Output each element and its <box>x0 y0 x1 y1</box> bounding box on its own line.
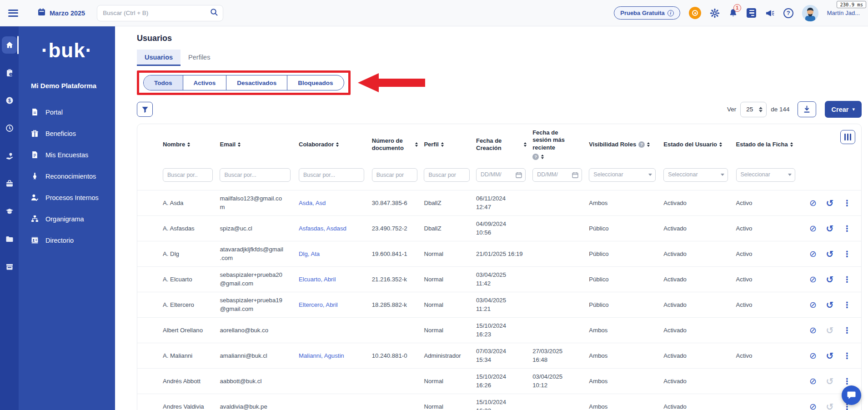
col-header-visibilidad-roles[interactable]: Visibilidad Roles? <box>589 124 663 165</box>
filter-numero-documento[interactable] <box>372 165 424 190</box>
deactivate-icon[interactable]: ⊘ <box>809 402 817 410</box>
collaborator-link[interactable]: Asfasdas, Asdasd <box>299 225 346 232</box>
restore-icon[interactable]: ↺ <box>826 402 834 410</box>
tasks-icon[interactable] <box>747 8 756 18</box>
sidebar-item-directorio[interactable]: Directorio <box>19 230 115 251</box>
col-header-perfil[interactable]: Perfil <box>424 124 476 165</box>
hamburger-menu-icon[interactable] <box>8 10 18 17</box>
filter-perfil-input[interactable] <box>428 172 466 178</box>
segment-todos[interactable]: Todos <box>144 75 183 90</box>
col-header-numero-documento[interactable]: Número de documento <box>372 124 424 165</box>
filter-visibilidad[interactable]: Seleccionar <box>589 165 663 190</box>
restore-icon[interactable]: ↺ <box>826 377 834 386</box>
sidebar-item-mis-encuestas[interactable]: Mis Encuestas <box>19 144 115 165</box>
rail-time-icon[interactable] <box>0 120 19 136</box>
deactivate-icon[interactable]: ⊘ <box>809 250 817 258</box>
restore-icon[interactable]: ↺ <box>826 199 834 208</box>
search-icon[interactable] <box>210 8 218 18</box>
collaborator-link[interactable]: Elcuarto, Abril <box>299 276 336 283</box>
kebab-menu-icon[interactable]: ⋮ <box>843 301 851 309</box>
user-avatar[interactable] <box>802 5 818 21</box>
sidebar-item-organigrama[interactable]: Organigrama <box>19 208 115 230</box>
col-header-estado-usuario[interactable]: Estado del Usuario <box>663 124 736 165</box>
rail-payroll-icon[interactable]: $ <box>0 93 19 108</box>
collaborator-link[interactable]: Malianni, Agustin <box>299 352 344 359</box>
global-search[interactable] <box>97 5 223 21</box>
deactivate-icon[interactable]: ⊘ <box>809 300 817 309</box>
chat-bubble-button[interactable] <box>842 385 861 405</box>
col-header-colaborador[interactable]: Colaborador <box>299 124 372 165</box>
download-button[interactable] <box>798 101 816 117</box>
help-icon[interactable]: ? <box>783 8 793 18</box>
kebab-menu-icon[interactable]: ⋮ <box>843 225 851 233</box>
column-settings-button[interactable] <box>840 130 855 144</box>
tab-usuarios[interactable]: Usuarios <box>137 50 181 66</box>
filter-email-input[interactable] <box>224 172 287 178</box>
sort-icon[interactable] <box>336 142 339 147</box>
tab-perfiles[interactable]: Perfiles <box>181 50 218 66</box>
global-search-input[interactable] <box>103 10 210 16</box>
kebab-menu-icon[interactable]: ⋮ <box>843 326 851 335</box>
rail-marketplace-icon[interactable] <box>0 259 19 275</box>
filter-colaborador[interactable] <box>299 165 372 190</box>
help-icon[interactable]: ? <box>532 154 539 160</box>
rail-education-icon[interactable] <box>0 204 19 219</box>
notifications-bell-icon[interactable]: 1 <box>728 8 738 18</box>
filter-estado-ficha[interactable]: Seleccionar <box>736 165 803 190</box>
sort-icon[interactable] <box>647 142 650 147</box>
col-header-nombre[interactable]: Nombre <box>137 124 220 165</box>
settings-gear-icon[interactable] <box>710 8 720 18</box>
deactivate-icon[interactable]: ⊘ <box>809 224 817 233</box>
restore-icon[interactable]: ↺ <box>826 275 834 284</box>
deactivate-icon[interactable]: ⊘ <box>809 275 817 284</box>
restore-icon[interactable]: ↺ <box>826 250 834 259</box>
sort-icon[interactable] <box>719 142 722 147</box>
deactivate-icon[interactable]: ⊘ <box>809 199 817 207</box>
col-header-estado-ficha[interactable]: Estado de la Ficha <box>736 124 803 165</box>
user-name[interactable]: Martín Jad... <box>827 10 860 16</box>
table-row[interactable]: Andrés Abbott aabbott@buk.cl Normal 15/1… <box>137 369 861 394</box>
sort-icon[interactable] <box>524 142 527 147</box>
segment-bloqueados[interactable]: Bloqueados <box>287 75 343 90</box>
kebab-menu-icon[interactable]: ⋮ <box>843 377 851 385</box>
restore-icon[interactable]: ↺ <box>826 326 834 335</box>
create-button[interactable]: Crear ▾ <box>825 101 862 118</box>
kebab-menu-icon[interactable]: ⋮ <box>843 250 851 258</box>
table-row[interactable]: A. Asfasdas spiza@uc.cl Asfasdas, Asdasd… <box>137 216 861 241</box>
collaborator-link[interactable]: Eltercero, Abril <box>299 301 338 308</box>
sort-icon[interactable] <box>187 142 190 147</box>
sidebar-item-portal[interactable]: Portal <box>19 101 115 123</box>
kebab-menu-icon[interactable]: ⋮ <box>843 352 851 360</box>
restore-icon[interactable]: ↺ <box>826 300 834 310</box>
sort-icon[interactable] <box>790 142 793 147</box>
filter-funnel-button[interactable] <box>137 102 153 117</box>
rail-home-icon[interactable] <box>0 37 19 53</box>
collaborator-link[interactable]: Dlg, Ata <box>299 250 320 257</box>
sidebar-item-beneficios[interactable]: Beneficios <box>19 123 115 144</box>
filter-nombre-input[interactable] <box>167 172 209 178</box>
sort-icon[interactable] <box>441 142 444 147</box>
intercom-icon[interactable] <box>689 7 701 19</box>
kebab-menu-icon[interactable]: ⋮ <box>843 275 851 284</box>
sort-icon[interactable] <box>541 155 544 159</box>
megaphone-icon[interactable] <box>765 8 775 18</box>
rail-folder-icon[interactable] <box>0 231 19 247</box>
filter-perfil[interactable] <box>424 165 476 190</box>
kebab-menu-icon[interactable]: ⋮ <box>843 199 851 207</box>
table-row[interactable]: A. Dlg atavaradjkljfkfds@gmail .com Dlg,… <box>137 241 861 267</box>
page-size-select[interactable]: 25 <box>740 102 767 117</box>
deactivate-icon[interactable]: ⊘ <box>809 377 817 385</box>
deactivate-icon[interactable]: ⊘ <box>809 326 817 335</box>
filter-colaborador-input[interactable] <box>303 172 361 178</box>
table-row[interactable]: A. Malianni amalianni@buk.cl Malianni, A… <box>137 343 861 369</box>
filter-nombre[interactable] <box>137 165 220 190</box>
segment-activos[interactable]: Activos <box>183 75 226 90</box>
sort-icon[interactable] <box>238 142 241 147</box>
period-selector[interactable]: Marzo 2025 <box>37 8 85 18</box>
rail-benefits-case-icon[interactable] <box>0 176 19 191</box>
filter-fecha-sesion[interactable]: DD/MM/ <box>532 165 589 190</box>
help-icon[interactable]: ? <box>638 141 645 148</box>
segment-desactivados[interactable]: Desactivados <box>226 75 287 90</box>
rail-talent-icon[interactable] <box>0 148 19 164</box>
sidebar-item-reconocimientos[interactable]: Reconocimientos <box>19 165 115 187</box>
